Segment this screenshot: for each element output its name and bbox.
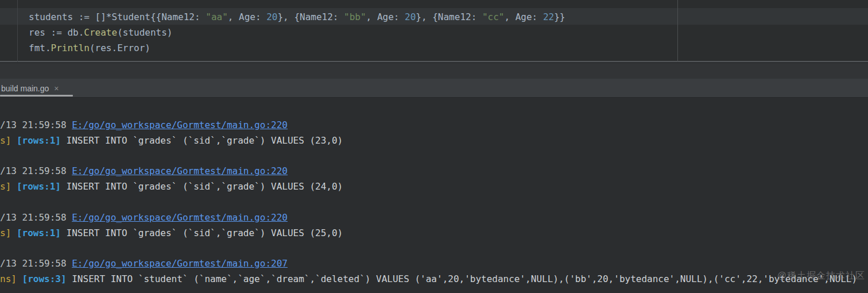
- editor-toolwindow-gap: [0, 63, 868, 79]
- code-token-number: 22: [543, 11, 554, 22]
- code-token-string: "cc": [482, 11, 505, 22]
- log-sql-statement: INSERT INTO `grades` (`sid`,`grade`) VAL…: [61, 181, 343, 192]
- close-icon[interactable]: ×: [54, 84, 59, 92]
- code-token-string: "aa": [206, 11, 228, 22]
- log-timestamp: /13 21:59:58: [0, 258, 72, 269]
- code-token-func: Println: [51, 43, 90, 53]
- code-token-plain: res := db.: [29, 27, 84, 38]
- log-line-source: /13 21:59:58 E:/go/go_workspace/Gormtest…: [0, 210, 343, 225]
- code-editor[interactable]: students := []*Student{{Name12: "aa", Ag…: [0, 0, 868, 62]
- log-timestamp: /13 21:59:58: [0, 165, 72, 176]
- log-duration: s]: [0, 181, 17, 192]
- log-line-sql: ns] [rows:3] INSERT INTO `student` (`nam…: [0, 271, 857, 287]
- indent-guide-line: [17, 0, 18, 62]
- code-token-string: "bb": [344, 11, 366, 22]
- log-line-sql: s] [rows:1] INSERT INTO `grades` (`sid`,…: [0, 179, 343, 194]
- log-group: /13 21:59:58 E:/go/go_workspace/Gormtest…: [0, 256, 857, 287]
- code-token-plain: , Age:: [366, 11, 405, 22]
- log-rows-badge: [rows:1]: [17, 228, 61, 238]
- file-link[interactable]: E:/go/go_workspace/Gormtest/main.go:220: [72, 212, 288, 223]
- log-sql-statement: INSERT INTO `student` (`name`,`age`,`dre…: [67, 273, 858, 284]
- log-line-source: /13 21:59:58 E:/go/go_workspace/Gormtest…: [0, 117, 343, 133]
- code-token-plain: students := []*Student{{Name12:: [29, 11, 206, 22]
- code-token-plain: , Age:: [228, 11, 266, 22]
- log-duration: s]: [0, 135, 17, 146]
- log-timestamp: /13 21:59:58: [0, 212, 72, 223]
- log-line-sql: s] [rows:1] INSERT INTO `grades` (`sid`,…: [0, 225, 343, 241]
- right-margin-guide-line: [677, 0, 678, 62]
- file-link[interactable]: E:/go/go_workspace/Gormtest/main.go:220: [72, 165, 288, 176]
- log-group: /13 21:59:58 E:/go/go_workspace/Gormtest…: [0, 117, 343, 148]
- log-rows-badge: [rows:1]: [17, 181, 61, 192]
- log-group: /13 21:59:58 E:/go/go_workspace/Gormtest…: [0, 163, 343, 194]
- code-token-func: Create: [84, 27, 117, 38]
- code-token-plain: (res.Error): [90, 43, 150, 53]
- log-timestamp: /13 21:59:58: [0, 119, 72, 130]
- code-token-number: 20: [266, 11, 277, 22]
- code-token-plain: , Age:: [504, 11, 542, 22]
- log-line-source: /13 21:59:58 E:/go/go_workspace/Gormtest…: [0, 256, 857, 271]
- code-token-plain: fmt.: [29, 43, 51, 53]
- code-token-number: 20: [405, 11, 416, 22]
- code-line: res := db.Create(students): [29, 25, 565, 40]
- code-token-plain: (students): [117, 27, 172, 38]
- log-duration: s]: [0, 228, 17, 238]
- code-token-plain: }, {Name12:: [416, 11, 482, 22]
- file-link[interactable]: E:/go/go_workspace/Gormtest/main.go:220: [72, 119, 288, 130]
- log-line-source: /13 21:59:58 E:/go/go_workspace/Gormtest…: [0, 163, 343, 179]
- run-toolwindow-tab-strip: build main.go ×: [0, 79, 868, 98]
- selected-tab-underline: [0, 95, 73, 97]
- run-tab-label: build main.go: [1, 84, 49, 93]
- log-sql-statement: INSERT INTO `grades` (`sid`,`grade`) VAL…: [61, 228, 343, 238]
- run-console[interactable]: /13 21:59:58 E:/go/go_workspace/Gormtest…: [0, 98, 868, 293]
- code-line: students := []*Student{{Name12: "aa", Ag…: [29, 9, 565, 25]
- file-link[interactable]: E:/go/go_workspace/Gormtest/main.go:207: [72, 258, 288, 269]
- log-line-sql: s] [rows:1] INSERT INTO `grades` (`sid`,…: [0, 133, 343, 148]
- code-token-plain: }}: [554, 11, 565, 22]
- code-token-plain: }, {Name12:: [277, 11, 344, 22]
- log-rows-badge: [rows:3]: [22, 273, 67, 284]
- log-rows-badge: [rows:1]: [17, 135, 61, 146]
- log-group: /13 21:59:58 E:/go/go_workspace/Gormtest…: [0, 210, 343, 241]
- log-duration: ns]: [0, 273, 22, 284]
- code-line: fmt.Println(res.Error): [29, 40, 565, 56]
- code-lines: students := []*Student{{Name12: "aa", Ag…: [29, 9, 565, 56]
- log-sql-statement: INSERT INTO `grades` (`sid`,`grade`) VAL…: [61, 135, 343, 146]
